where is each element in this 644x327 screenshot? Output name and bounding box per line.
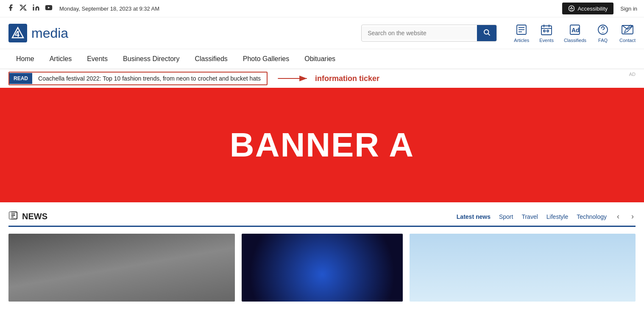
news-section: NEWS Latest news Sport Travel Lifestyle … [0,202,644,310]
nav-business-directory[interactable]: Business Directory [115,49,187,69]
social-icons [7,4,53,13]
tab-lifestyle[interactable]: Lifestyle [546,213,568,220]
top-bar: Monday, September 18, 2023 at 9:32 AM Ac… [0,0,644,17]
ticker-arrow: information ticker [276,73,379,84]
ad-label: AD [629,72,636,77]
prev-arrow[interactable]: ‹ [615,212,621,221]
classifieds-label: Classifieds [564,38,586,43]
events-label: Events [539,38,554,43]
svg-point-22 [602,32,603,33]
svg-point-7 [484,30,489,34]
ticker-box[interactable]: READ Coachella festival 2022: Top 10 fas… [8,72,268,85]
next-arrow[interactable]: › [630,212,636,221]
contact-label: Contact [619,38,636,43]
articles-label: Articles [514,38,529,43]
faq-icon-item[interactable]: FAQ [597,23,609,43]
svg-rect-0 [33,7,34,11]
news-section-title: NEWS [22,212,452,221]
search-button[interactable] [477,25,496,41]
svg-text:Ad: Ad [572,27,580,34]
news-image-1[interactable] [8,234,235,302]
tab-travel[interactable]: Travel [521,213,538,220]
facebook-icon[interactable] [7,4,14,13]
faq-label: FAQ [598,38,608,43]
contact-icon-item[interactable]: Contact [619,23,636,43]
svg-text:4: 4 [15,29,20,39]
ticker-row: READ Coachella festival 2022: Top 10 fas… [0,69,644,88]
news-icon [8,211,18,222]
main-nav: Home Articles Events Business Directory … [0,49,644,69]
tab-latest-news[interactable]: Latest news [457,213,491,220]
news-header: NEWS Latest news Sport Travel Lifestyle … [8,211,636,227]
nav-obituaries[interactable]: Obituaries [297,49,343,69]
news-image-3[interactable] [410,234,636,302]
svg-point-4 [571,7,572,8]
logo-icon: 4 [8,24,27,42]
ticker-annotation: information ticker [315,74,379,83]
tab-sport[interactable]: Sport [499,213,513,220]
banner-text: BANNER A [230,126,414,165]
linkedin-icon[interactable] [32,4,40,13]
youtube-icon[interactable] [45,4,53,13]
svg-point-1 [33,5,34,6]
nav-articles[interactable]: Articles [42,49,79,69]
news-image-2[interactable] [242,234,403,302]
tab-technology[interactable]: Technology [577,213,607,220]
articles-icon-item[interactable]: Articles [514,23,529,43]
nav-classifieds[interactable]: Classifieds [187,49,235,69]
events-icon-item[interactable]: Events [539,23,554,43]
date-display: Monday, September 18, 2023 at 9:32 AM [59,6,562,12]
ticker-text: Coachella festival 2022: Top 10 fashion … [32,73,267,84]
x-twitter-icon[interactable] [20,4,27,13]
news-images [8,234,636,302]
header: 4 media Articles [0,17,644,49]
svg-rect-18 [547,30,549,32]
svg-rect-13 [541,26,552,35]
signin-link[interactable]: Sign in [620,6,637,12]
logo-text: media [31,25,68,41]
nav-photo-galleries[interactable]: Photo Galleries [235,49,297,69]
banner-a: BANNER A [0,88,644,202]
search-input[interactable] [362,26,477,40]
search-bar [361,25,497,42]
classifieds-icon-item[interactable]: Ad Classifieds [564,23,586,43]
nav-home[interactable]: Home [8,49,42,69]
news-tabs: Latest news Sport Travel Lifestyle Techn… [457,212,636,221]
svg-rect-30 [9,212,11,219]
accessibility-button[interactable]: Accessibility [562,3,613,14]
svg-rect-17 [544,30,545,32]
header-icons: Articles Events Ad Classifieds [514,23,636,43]
svg-line-8 [488,34,490,35]
logo[interactable]: 4 media [8,24,68,42]
nav-events[interactable]: Events [79,49,115,69]
ticker-read-label: READ [9,73,32,84]
